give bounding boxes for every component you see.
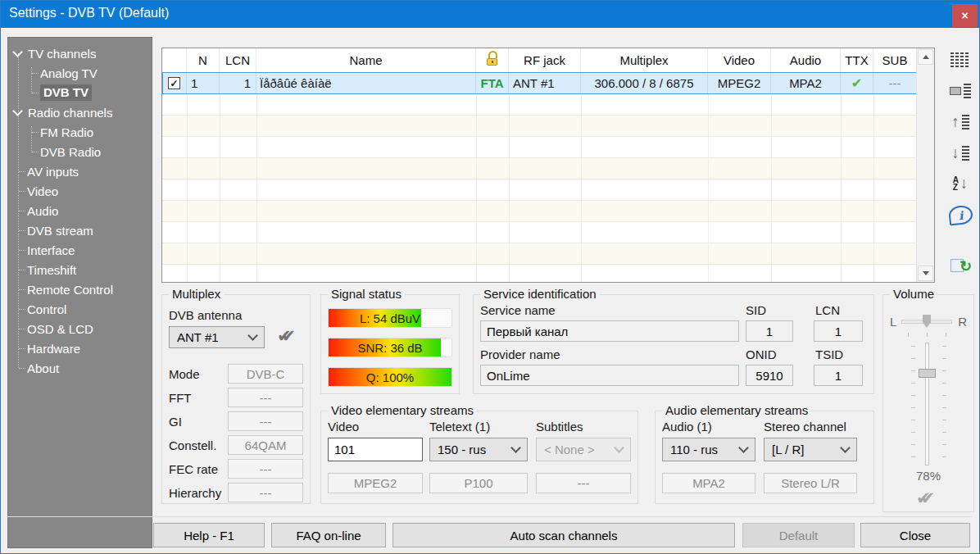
balance-tick xyxy=(946,333,946,337)
chevron-down-icon xyxy=(510,443,521,453)
header-scrambled[interactable] xyxy=(476,48,509,72)
cell-name: Ïåðâûé êàíàë xyxy=(256,72,476,94)
cell-access: FTA xyxy=(476,72,509,94)
provider-name-field[interactable]: OnLime xyxy=(480,365,739,386)
volume-ticks-right xyxy=(942,346,946,462)
balance-tick xyxy=(908,333,909,337)
channel-info-button[interactable]: i xyxy=(943,203,978,226)
move-down-icon: ↓ xyxy=(951,146,969,161)
sidebar-item-remote-control[interactable]: Remote Control xyxy=(8,279,152,299)
video-pid-input[interactable]: 101 xyxy=(328,438,423,461)
teletext-label: Teletext (1) xyxy=(429,420,490,434)
volume-ticks-left xyxy=(911,346,915,462)
balance-slider-thumb[interactable] xyxy=(923,315,931,328)
header-rf-jack[interactable]: RF jack xyxy=(509,48,581,72)
chevron-down-icon[interactable] xyxy=(12,106,23,116)
move-down-button[interactable]: ↓ xyxy=(943,142,978,165)
edit-channel-button[interactable] xyxy=(943,79,978,102)
header-multiplex[interactable]: Multiplex xyxy=(581,48,708,72)
video-streams-title: Video elementary streams xyxy=(328,403,477,417)
channel-table-body: ✓ 1 1 Ïåðâûé êàíàë FTA ANT #1 306.000 / … xyxy=(162,72,917,282)
chevron-down-icon[interactable] xyxy=(12,47,23,57)
sidebar-item-radio-channels[interactable]: Radio channels xyxy=(8,102,152,122)
hierarchy-value: --- xyxy=(228,483,303,502)
stereo-channel-select[interactable]: [L / R] xyxy=(764,438,857,461)
audio-streams-group: Audio elementary streams Audio (1) Stere… xyxy=(655,411,874,504)
signal-snr-bar: SNR: 36 dB xyxy=(328,338,452,357)
channel-table-header: N LCN Name RF jack Multiplex Video Audio… xyxy=(162,48,917,73)
multiplex-row-hierarchy: Hierarchy --- xyxy=(169,483,303,502)
mode-value: DVB-C xyxy=(228,364,303,384)
scroll-down-button[interactable] xyxy=(918,266,933,281)
sidebar-item-fm-radio[interactable]: FM Radio xyxy=(8,122,152,142)
close-dialog-button[interactable]: Close xyxy=(860,523,970,547)
multiplex-group-title: Multiplex xyxy=(169,287,224,301)
ttx-check-icon: ✔ xyxy=(851,75,862,91)
subtitles-info-field: --- xyxy=(536,473,631,493)
sidebar-item-interface[interactable]: Interface xyxy=(8,240,152,260)
channel-grid-button[interactable] xyxy=(943,48,978,71)
title-bar[interactable]: Settings - DVB TV (Default) × xyxy=(1,1,979,28)
header-n[interactable]: N xyxy=(187,48,220,72)
column-gridlines xyxy=(162,72,163,282)
rescan-button[interactable]: ↻ xyxy=(943,255,978,278)
volume-slider-track[interactable] xyxy=(925,343,929,465)
help-button[interactable]: Help - F1 xyxy=(153,523,265,547)
cell-rf-jack: ANT #1 xyxy=(509,72,581,94)
move-up-button[interactable]: ↑ xyxy=(943,111,978,134)
chevron-down-icon xyxy=(840,443,851,453)
lcn-field: 1 xyxy=(814,320,863,342)
sidebar-item-dvb-radio[interactable]: DVB Radio xyxy=(8,142,152,161)
auto-scan-button[interactable]: Auto scan channels xyxy=(392,523,735,547)
cell-sub: --- xyxy=(873,72,917,94)
dvb-antenna-label: DVB antenna xyxy=(169,308,242,322)
sidebar-item-about[interactable]: About xyxy=(8,358,152,378)
volume-group-title: Volume xyxy=(890,287,937,301)
close-button[interactable]: × xyxy=(952,4,978,27)
sidebar-item-analog-tv[interactable]: Analog TV xyxy=(8,63,152,83)
faq-button[interactable]: FAQ on-line xyxy=(271,523,386,547)
table-scrollbar[interactable] xyxy=(916,48,934,282)
sidebar-item-osd-lcd[interactable]: OSD & LCD xyxy=(8,319,152,338)
header-audio[interactable]: Audio xyxy=(771,48,841,72)
scroll-up-button[interactable] xyxy=(918,49,933,65)
service-name-field[interactable]: Первый канал xyxy=(480,320,739,342)
sidebar-item-tv-channels[interactable]: TV channels xyxy=(8,43,152,63)
signal-quality-text: Q: 100% xyxy=(329,368,451,386)
sidebar-item-control[interactable]: Control xyxy=(8,299,152,319)
signal-level-text: L: 54 dBuV xyxy=(329,309,451,327)
sidebar-item-dvb-stream[interactable]: DVB stream xyxy=(8,220,152,240)
video-streams-group: Video elementary streams Video Teletext … xyxy=(320,411,638,504)
fec-rate-value: --- xyxy=(228,459,303,479)
table-row[interactable]: ✓ 1 1 Ïåðâûé êàíàë FTA ANT #1 306.000 / … xyxy=(162,72,917,94)
channel-grid-icon xyxy=(951,52,970,67)
header-sub[interactable]: SUB xyxy=(873,48,917,72)
sidebar-item-timeshift[interactable]: Timeshift xyxy=(8,260,152,279)
multiplex-row-fec: FEC rate --- xyxy=(169,459,303,479)
channel-checkbox[interactable]: ✓ xyxy=(168,77,180,89)
audio-select[interactable]: 110 - rus xyxy=(662,438,755,461)
header-name[interactable]: Name xyxy=(256,48,476,72)
sort-button[interactable]: AZ↓ xyxy=(943,172,978,195)
footer-separator xyxy=(7,516,973,517)
dvb-antenna-select[interactable]: ANT #1 xyxy=(169,326,265,348)
sidebar-item-hardware[interactable]: Hardware xyxy=(8,338,152,358)
subtitles-label: Subtitles xyxy=(536,420,583,434)
chevron-down-icon xyxy=(738,443,749,453)
info-icon: i xyxy=(947,204,973,225)
sidebar-item-av-inputs[interactable]: AV inputs xyxy=(8,161,152,181)
cell-multiplex: 306.000 / 8 / 6875 xyxy=(581,72,708,94)
service-identification-group: Service identification Service name SID … xyxy=(473,294,874,394)
video-pid-label: Video xyxy=(328,420,359,434)
volume-slider-thumb[interactable] xyxy=(919,369,936,378)
header-ttx[interactable]: TTX xyxy=(841,48,873,72)
teletext-select[interactable]: 150 - rus xyxy=(429,438,528,461)
channel-table: N LCN Name RF jack Multiplex Video Audio… xyxy=(161,48,935,283)
header-lcn[interactable]: LCN xyxy=(220,48,256,72)
sidebar-item-dvb-tv[interactable]: DVB TV xyxy=(8,83,152,102)
sidebar-item-audio[interactable]: Audio xyxy=(8,201,152,220)
balance-right-label: R xyxy=(958,315,967,329)
header-video[interactable]: Video xyxy=(708,48,771,72)
sidebar-item-video[interactable]: Video xyxy=(8,181,152,201)
sort-az-icon: AZ↓ xyxy=(953,176,969,191)
